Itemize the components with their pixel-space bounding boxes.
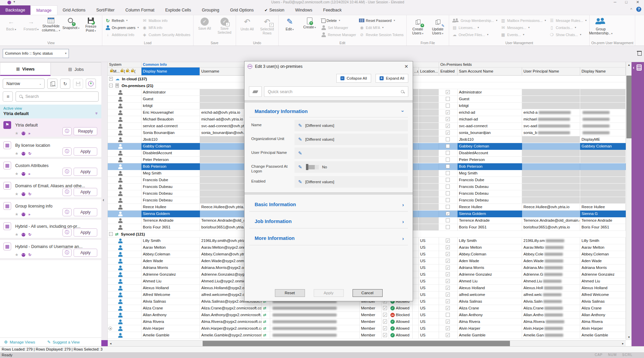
cell-system[interactable]	[108, 197, 141, 204]
cell-display-name[interactable]: Adrienne Gonzalez	[141, 271, 200, 278]
cell-email[interactable]	[270, 312, 360, 319]
cell-status[interactable]	[413, 184, 419, 190]
cell-status[interactable]	[413, 96, 419, 103]
user-row-amelie-gamble[interactable]: Amelie GambleAmelie.Gamble@sygx2.onmicro…	[108, 332, 626, 339]
cell-system[interactable]	[108, 271, 141, 278]
cell-onprem-display-name[interactable]: Alivia Salinas	[580, 298, 626, 305]
cell-status[interactable]	[413, 258, 419, 265]
cell-user-principal-name[interactable]: Alma.Rivera	[522, 319, 580, 325]
cell-sam-account-name[interactable]: Alma Rivera	[458, 319, 522, 325]
message-rules-button[interactable]: ☰Message Rules...▾	[548, 17, 588, 24]
cell-user-principal-name[interactable]	[522, 184, 580, 190]
cell-user-principal-name[interactable]: 2196Lilly.sm	[522, 238, 580, 244]
scroll-up-icon[interactable]: ▲	[626, 62, 632, 68]
cell-status[interactable]	[413, 157, 419, 163]
update-users-button[interactable]: ✎Update Users▾	[428, 16, 447, 35]
cell-system[interactable]	[108, 96, 141, 103]
cell-status[interactable]	[413, 271, 419, 278]
cell-access[interactable]: Allowed	[389, 325, 413, 332]
cell-access[interactable]: Allowed	[389, 305, 413, 312]
cell-sync-status[interactable]: ⇄	[262, 325, 270, 332]
cell-user-principal-name[interactable]: sonia_b	[522, 130, 580, 136]
cell-status[interactable]	[413, 285, 419, 292]
cell-enabled[interactable]	[439, 244, 458, 251]
cell-status[interactable]	[413, 319, 419, 325]
cell-display-name[interactable]: Guest	[141, 96, 200, 103]
create-button[interactable]: +Create▾	[300, 16, 319, 29]
cell-signin-flag[interactable]	[382, 312, 389, 319]
scrollbar-thumb[interactable]	[203, 341, 510, 346]
cell-display-name[interactable]: Alfred Welcome	[141, 292, 200, 298]
collapse-ribbon-icon[interactable]: ^	[630, 7, 632, 11]
cell-status[interactable]	[413, 312, 419, 319]
view-card-ytria-default[interactable]: ⚑Ytria default★»ⓘReapply	[0, 118, 101, 139]
info-button[interactable]: ⓘ	[62, 147, 72, 156]
cell-location[interactable]: US	[419, 285, 439, 292]
pencil-icon[interactable]: ✎	[298, 137, 302, 142]
cell-sam-account-name[interactable]: sonia_bounardjian	[458, 130, 522, 136]
cell-onprem-display-name[interactable]: Adrienne Gonzalez	[580, 271, 626, 278]
cell-location[interactable]	[419, 170, 439, 177]
cell-onprem-display-name[interactable]	[580, 170, 626, 177]
cell-location[interactable]	[419, 177, 439, 184]
cell-signin-flag[interactable]	[382, 319, 389, 325]
cell-user-principal-name[interactable]: Aden.Wade	[522, 258, 580, 265]
cell-sam-account-name[interactable]: Aliza Crane	[458, 305, 522, 312]
cancel-button[interactable]: Cancel	[353, 289, 383, 297]
column-header-location[interactable]: Location...	[419, 67, 439, 76]
cell-system[interactable]	[108, 163, 141, 170]
cell-sam-account-name[interactable]: Francois Dubeau	[458, 184, 522, 190]
cell-status[interactable]	[413, 278, 419, 285]
cell-onprem-display-name[interactable]	[580, 190, 626, 197]
info-button[interactable]: ⓘ	[62, 228, 72, 237]
cell-username[interactable]: Alma.Rivera@sygx2.onmicrosoft.com	[200, 319, 262, 325]
cell-onprem-display-name[interactable]: Allan Anthony	[580, 312, 626, 319]
cell-location[interactable]	[419, 130, 439, 136]
tab-sort-filter[interactable]: Sort/Filter	[91, 5, 120, 15]
cell-location[interactable]: US	[419, 271, 439, 278]
cell-sam-account-name[interactable]: Adrienne Gonzalez	[458, 271, 522, 278]
cell-user-principal-name[interactable]: Abbey.Cole	[522, 251, 580, 258]
clear-search-button[interactable]	[249, 86, 262, 97]
vertical-scrollbar[interactable]: ▲▼	[626, 62, 632, 340]
cell-onprem-display-name[interactable]: Aden Wade	[580, 258, 626, 265]
cell-display-name[interactable]: Adriana Morris	[141, 265, 200, 271]
cell-enabled[interactable]	[439, 292, 458, 298]
view-card-custom-attributes[interactable]: ▦Custom Attributes★»ⓘApply	[0, 159, 101, 179]
cell-location[interactable]	[419, 211, 439, 217]
cell-onprem-display-name[interactable]	[580, 157, 626, 163]
cell-username[interactable]: Aliza.Crane@sygx2.onmicrosoft.com	[200, 305, 262, 312]
cell-onprem-display-name[interactable]: Gabbey Coleman	[580, 143, 626, 150]
cell-display-name[interactable]: Peter Peterson	[141, 157, 200, 163]
apply-view-button[interactable]: Apply	[74, 208, 97, 216]
add-view-button[interactable]: +	[86, 79, 96, 89]
cell-user-principal-name[interactable]	[522, 143, 580, 150]
cell-display-name[interactable]: Michael Beaudoin	[141, 116, 200, 123]
on-prem-users-button[interactable]: On-prem users▾	[104, 24, 140, 31]
custom-security-attributes-button[interactable]: ◈Custom Security Attributes	[141, 31, 191, 38]
close-icon[interactable]: ✕	[403, 64, 410, 69]
cell-enabled[interactable]	[439, 123, 458, 130]
cell-display-name[interactable]: DisabledAccount	[141, 150, 200, 157]
compare-views-button[interactable]: ✎	[47, 79, 57, 89]
cell-display-name[interactable]: Aarav Melton	[141, 244, 200, 251]
onedrive-files-button[interactable]: ☁OneDrive Files...▾	[451, 31, 498, 38]
cell-status[interactable]	[413, 265, 419, 271]
cell-enabled[interactable]	[439, 224, 458, 231]
cell-sam-account-name[interactable]: Ahmed Liu	[458, 278, 522, 285]
cell-enabled[interactable]	[439, 197, 458, 204]
show-hide-columns-button[interactable]: Show/Hide columns...▾	[42, 16, 60, 32]
cell-location[interactable]: US	[419, 292, 439, 298]
group-membership-button[interactable]: Group Membership..▾	[591, 16, 610, 35]
cell-onprem-display-name[interactable]	[580, 123, 626, 130]
cell-display-name[interactable]: Eric Houvenaghel	[141, 109, 200, 116]
reapply-view-button[interactable]: Reapply	[74, 127, 97, 135]
cell-display-name[interactable]: Gabby Coleman	[141, 143, 200, 150]
cell-sam-account-name[interactable]: Aarav Melton	[458, 244, 522, 251]
view-card-domains-of-email-aliases-and-othe[interactable]: ▦Domains of Email, Aliases and othe...★↻…	[0, 179, 101, 199]
cell-display-name[interactable]: Terrence Andrade	[141, 217, 200, 224]
cell-status[interactable]	[413, 197, 419, 204]
cell-status[interactable]	[413, 89, 419, 96]
cell-user-principal-name[interactable]	[522, 177, 580, 184]
cell-signin-flag[interactable]	[382, 305, 389, 312]
